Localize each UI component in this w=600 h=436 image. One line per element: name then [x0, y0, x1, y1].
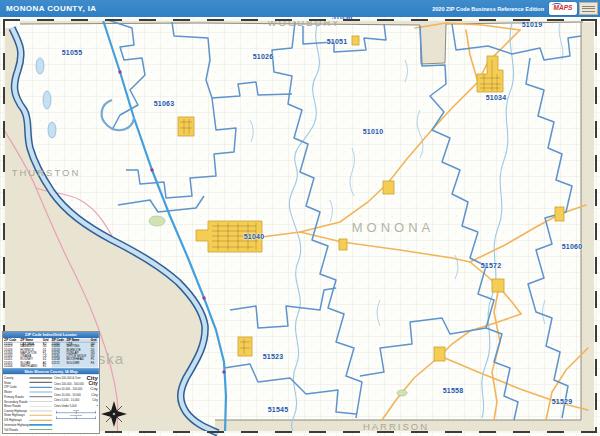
legend-panel: ZIP Code Index/Grid Locator ZIP CodeZIP … — [2, 331, 100, 434]
city-size-sample: City — [88, 381, 97, 386]
scale-bars: Miles Kilometers — [54, 410, 98, 420]
city-area-tiny — [492, 279, 504, 292]
city-size-sample: City — [91, 393, 98, 397]
info-line — [582, 6, 595, 7]
info-line — [582, 11, 595, 12]
info-line — [582, 8, 595, 9]
symbol-line-sample — [29, 396, 52, 397]
symbol-line-sample — [29, 377, 52, 378]
city-area-tiny — [555, 207, 564, 221]
publisher-info-box — [579, 2, 598, 15]
city-size-sample: • — [96, 404, 97, 408]
symbol-line-sample — [29, 406, 52, 407]
map-title: MONONA COUNTY, IA — [0, 4, 97, 13]
city-size-sample: City — [90, 387, 98, 391]
kilometers-scale-bar: Kilometers — [56, 415, 95, 420]
city-area-small — [238, 337, 252, 356]
zip-index-group: ZIP CodeZIP NameGrid51060UTEG351063WHITI… — [51, 339, 97, 368]
symbol-line-sample — [29, 415, 52, 416]
map-frame-ruler-right — [595, 19, 597, 433]
logo-swoosh-icon — [552, 3, 562, 8]
city-area-tiny — [352, 36, 359, 45]
edition-label: 2020 ZIP Code Business Reference Edition — [432, 6, 544, 12]
city-area-tiny — [434, 347, 445, 361]
legend-symbols-area: CountyStateZIP CodeWaterPrimary RoadsSec… — [3, 374, 99, 433]
legend-symbol-list: CountyStateZIP CodeWaterPrimary RoadsSec… — [4, 375, 52, 432]
legend-content: ZIP Code Index/Grid Locator ZIP CodeZIP … — [3, 332, 99, 433]
legend-city-sizes: Cities 500,000 & OverCityCities 100,000 … — [54, 375, 98, 432]
symbol-line-sample — [29, 382, 52, 383]
blue-lake — [149, 216, 165, 226]
city-area-tiny — [383, 181, 394, 194]
city-size-row: Cities Under 5,000• — [54, 403, 98, 408]
zip-index-table: ZIP CodeZIP NameGrid51010CASTANAE251019D… — [3, 338, 99, 368]
screenshot-root: MONONA COUNTY, IA 2020 ZIP Code Business… — [0, 0, 600, 436]
symbol-line-sample — [29, 410, 52, 411]
symbol-line-sample — [29, 429, 52, 430]
symbol-line-sample — [29, 387, 52, 388]
city-size-sample: City — [92, 398, 98, 401]
symbol-line-sample — [29, 419, 52, 420]
symbol-line-sample — [29, 401, 52, 402]
small-lake — [397, 390, 407, 396]
east-county-strip — [581, 22, 594, 433]
city-size-list: Cities 500,000 & OverCityCities 100,000 … — [54, 375, 98, 408]
map-frame-ruler-top — [3, 19, 597, 21]
zip-index-row: 51056SMITHLANDE1 — [4, 365, 50, 368]
city-area-tiny — [339, 239, 347, 250]
title-bar: MONONA COUNTY, IA 2020 ZIP Code Business… — [0, 0, 600, 17]
symbol-line-sample — [29, 391, 52, 392]
symbol-line-sample — [29, 424, 52, 426]
city-area-small — [178, 117, 194, 136]
legend-symbol-row: Toll Roads — [4, 427, 52, 432]
zip-index-group: ZIP CodeZIP NameGrid51010CASTANAE251019D… — [4, 339, 50, 368]
zip-index-row: 51572SOLDIERF4 — [51, 361, 97, 364]
publisher-logo: MAPS — [549, 2, 577, 15]
